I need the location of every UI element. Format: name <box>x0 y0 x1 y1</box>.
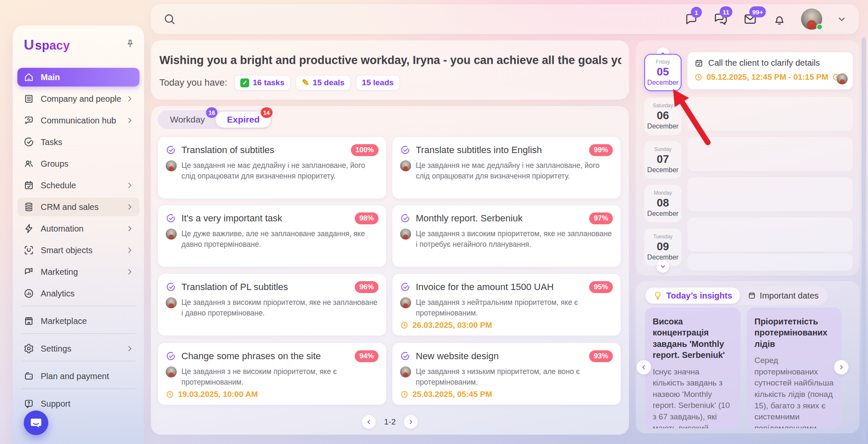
topbar-actions: 1 11 99+ <box>684 4 847 34</box>
due-date: 26.03.2025, 03:00 PM <box>400 321 492 330</box>
tab-todays-insights[interactable]: Today’s insights <box>645 288 740 304</box>
leads-count-chip[interactable]: 15 leads <box>356 75 400 90</box>
bulb-icon <box>653 291 662 300</box>
insights-prev-button[interactable] <box>637 360 651 374</box>
clock-icon <box>400 321 409 330</box>
chevron-right-icon <box>126 182 134 189</box>
logo-letter: U <box>24 36 34 53</box>
day-tile-saturday-06[interactable]: Saturday 06 December <box>644 98 682 135</box>
bell-icon[interactable] <box>772 12 787 26</box>
event-card[interactable]: Call the client to clarify details 05.12… <box>687 52 853 89</box>
task-card[interactable]: Translation of PL subtitles 96% Це завда… <box>158 274 387 336</box>
task-card[interactable]: It's a very important task 98% Це дуже в… <box>158 205 387 267</box>
chevron-right-icon <box>126 345 134 352</box>
task-title: Invoice for the amount 1500 UAH <box>416 282 585 293</box>
task-card[interactable]: Monthly report. Serbeniuk 97% Це завданн… <box>392 205 621 267</box>
wallet-icon <box>23 371 34 382</box>
task-card[interactable]: Change some phrases on the site 94% Це з… <box>158 343 387 405</box>
tasks-count-chip[interactable]: ✓ 16 tasks <box>234 75 290 90</box>
priority-badge: 93% <box>589 350 613 362</box>
search-icon[interactable] <box>163 12 176 26</box>
prev-page-button[interactable] <box>362 415 376 429</box>
sidebar-item-label: Schedule <box>41 181 76 190</box>
sidebar-item-label: Marketplace <box>41 316 87 326</box>
sidebar-item-tasks[interactable]: Tasks <box>17 133 139 151</box>
sidebar-item-main[interactable]: Main <box>17 68 139 87</box>
sidebar-item-plan-and-payment[interactable]: Plan and payment <box>17 367 139 385</box>
sidebar-item-schedule[interactable]: Schedule <box>17 176 139 195</box>
sidebar-item-label: Settings <box>41 344 71 354</box>
insight-card[interactable]: Висока концентрація завдань 'Monthly rep… <box>645 307 740 428</box>
task-description: Це дуже важливе, але не заплановане завд… <box>181 229 378 250</box>
priority-badge: 96% <box>355 281 378 293</box>
sidebar-item-company-and-people[interactable]: Company and people <box>17 89 139 108</box>
uspacy-logo[interactable]: Uspacy <box>24 36 70 53</box>
task-card[interactable]: New website design 93% Це завдання з низ… <box>392 343 621 405</box>
priority-badge: 100% <box>351 144 378 156</box>
task-card[interactable]: Translate subtitles into English 99% Це … <box>392 137 621 199</box>
sidebar-menu: Main Company and people Communication hu… <box>17 68 139 416</box>
sidebar-item-label: CRM and sales <box>41 202 99 212</box>
greeting-title: Wishing you a bright and productive work… <box>159 54 621 67</box>
sidebar-item-marketplace[interactable]: Marketplace <box>17 312 139 330</box>
tasks-panel: Workday 16 Expired 14 Translation of sub… <box>151 106 629 435</box>
user-avatar[interactable] <box>801 8 822 30</box>
chat-icon[interactable]: 1 <box>684 12 698 26</box>
event-attendee-avatar <box>837 73 848 84</box>
clock-icon <box>400 390 409 399</box>
store-icon <box>23 316 34 327</box>
task-title: Monthly report. Serbeniuk <box>416 213 585 224</box>
intercom-chat-button[interactable] <box>24 410 48 435</box>
assignee-avatar <box>166 366 177 377</box>
mail-icon[interactable]: 99+ <box>743 11 758 27</box>
chat-badge: 1 <box>691 7 702 18</box>
group-chats-icon[interactable]: 11 <box>713 11 728 27</box>
insight-card[interactable]: Пріоритетність протермінованих лідів Сер… <box>747 307 842 428</box>
day-tile-friday-05[interactable]: Friday 05 December <box>644 54 682 91</box>
calendar-panel: Friday 05 December Saturday 06 December … <box>636 40 860 276</box>
pin-sidebar-icon[interactable] <box>125 38 136 49</box>
users-icon <box>23 158 34 169</box>
day-tile-sunday-07[interactable]: Sunday 07 December <box>644 141 682 179</box>
scan-icon <box>23 245 34 256</box>
insight-body: Серед протермінованих сутностей найбільш… <box>754 355 834 428</box>
due-date: 25.03.2025, 05:45 PM <box>400 390 492 399</box>
next-page-button[interactable] <box>404 415 418 429</box>
empty-event-slot <box>687 137 853 171</box>
analytics-icon <box>23 288 34 299</box>
sidebar-item-communication-hub[interactable]: Communication hub <box>17 111 139 130</box>
sidebar-item-automation[interactable]: Automation <box>17 219 139 238</box>
sidebar-item-smart-objects[interactable]: Smart objects <box>17 241 139 260</box>
priority-badge: 95% <box>589 281 613 293</box>
priority-badge: 97% <box>589 212 613 224</box>
sidebar-item-label: Automation <box>41 224 83 234</box>
tab-important-dates[interactable]: Important dates <box>740 288 826 304</box>
day-tile-monday-08[interactable]: Monday 08 December <box>644 185 682 222</box>
task-description: Це завдання не має дедлайну і не заплано… <box>181 160 378 182</box>
insight-title: Пріоритетність протермінованих лідів <box>754 316 834 349</box>
tab-expired[interactable]: Expired 14 <box>216 112 270 128</box>
chip-label: 16 tasks <box>253 78 284 87</box>
deals-count-chip[interactable]: ✎ 15 deals <box>296 75 351 90</box>
tab-workday[interactable]: Workday 16 <box>159 112 216 128</box>
tab-label: Workday <box>170 114 205 125</box>
task-check-icon <box>400 351 410 361</box>
task-title: Translation of PL subtitles <box>181 282 351 293</box>
sidebar-item-analytics[interactable]: Analytics <box>17 284 139 303</box>
chevron-down-icon[interactable] <box>837 14 847 24</box>
insights-panel: Today’s insights Important dates Висока … <box>636 281 860 433</box>
sidebar-item-settings[interactable]: Settings <box>17 339 139 358</box>
sidebar-item-marketing[interactable]: Marketing <box>17 262 139 281</box>
page-scrollbar[interactable] <box>862 37 866 442</box>
insights-next-button[interactable] <box>834 360 849 374</box>
calendar-scroll-down-button[interactable] <box>657 260 669 273</box>
task-check-icon <box>166 351 176 361</box>
assignee-avatar <box>400 297 411 308</box>
sidebar-item-crm-and-sales[interactable]: CRM and sales <box>17 198 139 216</box>
task-card[interactable]: Translation of subtitles 100% Це завданн… <box>158 137 387 199</box>
task-description: Це завдання з високим пріоритетом, яке н… <box>181 297 378 318</box>
home-icon <box>23 72 34 83</box>
priority-badge: 94% <box>355 350 378 362</box>
sidebar-item-groups[interactable]: Groups <box>17 154 139 173</box>
task-card[interactable]: Invoice for the amount 1500 UAH 95% Це з… <box>392 274 621 336</box>
